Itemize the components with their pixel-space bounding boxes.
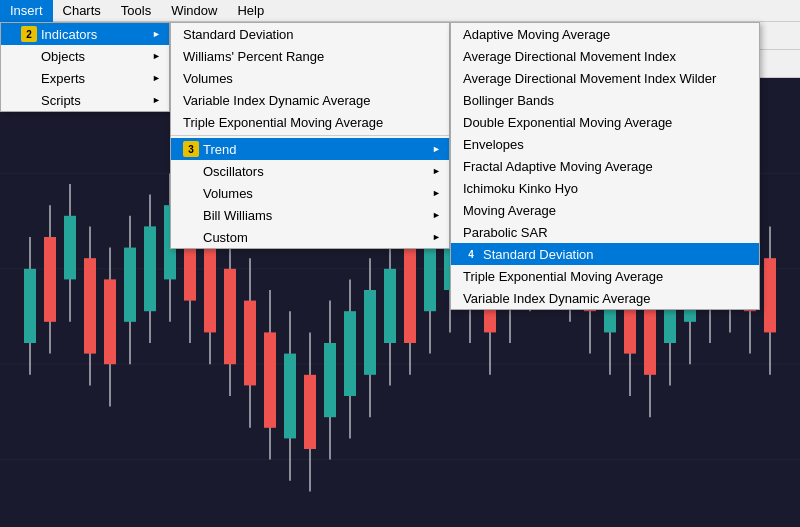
trend-arrow: ► [432,144,441,154]
oscillators-arrow: ► [432,166,441,176]
svg-rect-52 [264,332,276,427]
scripts-arrow: ► [152,95,161,105]
menu-item-std-dev[interactable]: Standard Deviation [171,23,449,45]
svg-rect-66 [404,248,416,343]
badge-3: 3 [183,141,199,157]
experts-arrow: ► [152,73,161,83]
indicators-arrow: ► [152,29,161,39]
volumes-arrow: ► [432,188,441,198]
menu-item-bollinger[interactable]: Bollinger Bands [451,89,759,111]
svg-rect-50 [244,301,256,386]
menu-item-envelopes[interactable]: Envelopes [451,133,759,155]
menu-item-vida-trend[interactable]: Variable Index Dynamic Average [451,287,759,309]
svg-rect-90 [644,301,656,375]
svg-rect-38 [124,248,136,322]
svg-rect-64 [384,269,396,343]
menu-item-indicators[interactable]: 2 Indicators ► [1,23,169,45]
menu-item-oscillators[interactable]: Oscillators ► [171,160,449,182]
menu-item-experts[interactable]: Experts ► [1,67,169,89]
menu-item-bill-williams[interactable]: Bill Williams ► [171,204,449,226]
menu-item-scripts[interactable]: Scripts ► [1,89,169,111]
svg-rect-46 [204,248,216,333]
menu-window[interactable]: Window [161,0,227,22]
menu-item-frama[interactable]: Fractal Adaptive Moving Average [451,155,759,177]
menu-item-tema[interactable]: Triple Exponential Moving Average [171,111,449,133]
svg-rect-58 [324,343,336,417]
indicators-submenu: Standard Deviation Williams' Percent Ran… [170,22,450,249]
menu-item-ma[interactable]: Moving Average [451,199,759,221]
menu-item-admi[interactable]: Average Directional Movement Index [451,45,759,67]
menu-item-objects[interactable]: Objects ► [1,45,169,67]
svg-rect-48 [224,269,236,364]
menu-item-ama[interactable]: Adaptive Moving Average [451,23,759,45]
trend-submenu: Adaptive Moving Average Average Directio… [450,22,760,310]
menu-insert[interactable]: Insert [0,0,53,22]
menu-tools[interactable]: Tools [111,0,161,22]
menu-item-williams[interactable]: Williams' Percent Range [171,45,449,67]
badge-2: 2 [21,26,37,42]
menu-item-dema[interactable]: Double Exponential Moving Average [451,111,759,133]
menu-help[interactable]: Help [227,0,274,22]
svg-rect-56 [304,375,316,449]
svg-rect-32 [64,216,76,280]
menu-item-std-dev-selected[interactable]: 4 Standard Deviation [451,243,759,265]
svg-rect-102 [764,258,776,332]
menu-item-trend[interactable]: 3 Trend ► [171,138,449,160]
menu-charts[interactable]: Charts [53,0,111,22]
menubar: Insert Charts Tools Window Help [0,0,800,22]
menu-item-tema-trend[interactable]: Triple Exponential Moving Average [451,265,759,287]
svg-rect-36 [104,279,116,364]
menu-item-volumes-top[interactable]: Volumes [171,67,449,89]
menu-insert-dropdown: 2 Indicators ► Objects ► Experts ► Scrip… [0,22,170,112]
menu-item-custom[interactable]: Custom ► [171,226,449,248]
menu-item-sar[interactable]: Parabolic SAR [451,221,759,243]
svg-rect-28 [24,269,36,343]
billwilliams-arrow: ► [432,210,441,220]
badge-4: 4 [463,246,479,262]
objects-arrow: ► [152,51,161,61]
svg-rect-34 [84,258,96,353]
divider1 [171,135,449,136]
menu-item-admi-wilder[interactable]: Average Directional Movement Index Wilde… [451,67,759,89]
svg-rect-40 [144,226,156,311]
svg-rect-30 [44,237,56,322]
menu-item-ichimoku[interactable]: Ichimoku Kinko Hyo [451,177,759,199]
menu-item-volumes-sub[interactable]: Volumes ► [171,182,449,204]
menu-item-vida[interactable]: Variable Index Dynamic Average [171,89,449,111]
custom-arrow: ► [432,232,441,242]
svg-rect-54 [284,354,296,439]
svg-rect-60 [344,311,356,396]
svg-rect-62 [364,290,376,375]
